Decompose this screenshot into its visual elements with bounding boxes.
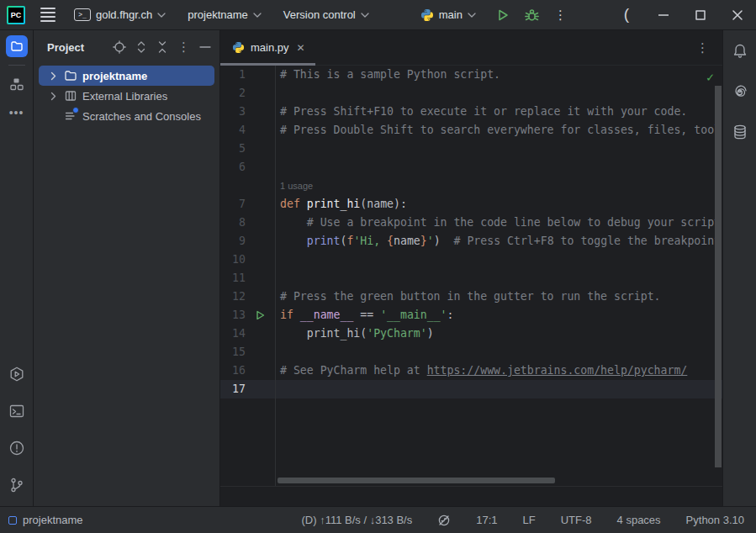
tab-main-py[interactable]: main.py ✕ <box>220 30 315 66</box>
code-line[interactable]: 8 # Use a breakpoint in the code line be… <box>220 214 722 232</box>
more-tool-windows-icon[interactable]: ••• <box>6 102 28 124</box>
close-button[interactable] <box>719 0 756 30</box>
minimize-button[interactable] <box>645 0 682 30</box>
tab-label: main.py <box>251 41 289 54</box>
project-tree: projektname External Libraries Scratches… <box>34 64 219 126</box>
code-line[interactable]: 9 print(f'Hi, {name}') # Press Ctrl+F8 t… <box>220 232 722 251</box>
line-number: 17 <box>220 380 246 398</box>
vcs-widget[interactable]: Version control <box>278 5 374 24</box>
line-number: 16 <box>220 361 246 380</box>
code-line[interactable]: 2 <box>220 84 722 103</box>
tree-item-scratches[interactable]: Scratches and Consoles <box>39 106 214 126</box>
collapse-all-icon[interactable] <box>156 40 168 54</box>
main-area: ••• Project <box>0 30 756 506</box>
code-line[interactable]: 14 print_hi('PyCharm') <box>220 325 722 343</box>
chevron-right-icon[interactable] <box>47 71 59 81</box>
expand-all-icon[interactable] <box>135 40 147 54</box>
pycharm-logo-icon: PC <box>7 6 25 24</box>
code-line[interactable]: 7def print_hi(name): <box>220 195 722 214</box>
maximize-button[interactable] <box>682 0 719 30</box>
line-number: 1 <box>220 66 246 84</box>
project-tool-button[interactable] <box>6 35 28 57</box>
vertical-scrollbar[interactable] <box>715 86 722 467</box>
code-line[interactable]: 17 <box>220 380 722 398</box>
tree-item-label: Scratches and Consoles <box>82 110 201 123</box>
project-panel-title: Project <box>47 41 84 54</box>
vcs-widget-label: Version control <box>283 8 356 21</box>
code-line[interactable]: 10 <box>220 251 722 269</box>
code-line[interactable]: 3# Press Shift+F10 to execute it or repl… <box>220 103 722 121</box>
usage-hint-label[interactable]: 1 usage <box>275 177 722 195</box>
theme-crescent-icon[interactable]: ( <box>608 0 645 30</box>
line-number: 13 <box>220 306 246 325</box>
code-line[interactable]: 15 <box>220 343 722 361</box>
line-number: 11 <box>220 269 246 288</box>
line-number: 15 <box>220 343 246 361</box>
caret-position-widget[interactable]: 17:1 <box>476 514 497 526</box>
run-button[interactable] <box>496 8 510 22</box>
highlighting-off-icon[interactable] <box>437 514 451 527</box>
database-tool-button[interactable] <box>729 121 751 143</box>
tree-item-label: External Libraries <box>82 90 167 103</box>
run-line-icon[interactable] <box>246 306 275 325</box>
line-number: 7 <box>220 195 246 214</box>
remote-host-widget[interactable]: >_ gold.fhgr.ch <box>69 5 171 24</box>
chevron-down-icon <box>157 13 166 18</box>
editor-options-icon[interactable]: ⋮ <box>696 40 709 55</box>
code-lines: 1# This is a sample Python script.23# Pr… <box>220 66 722 398</box>
code-line[interactable]: 11 <box>220 269 722 288</box>
chevron-right-icon[interactable] <box>47 92 59 101</box>
line-number: 6 <box>220 158 246 177</box>
line-number <box>220 177 246 195</box>
line-number: 12 <box>220 288 246 306</box>
terminal-tool-button[interactable] <box>6 400 28 422</box>
tree-item-projektname[interactable]: projektname <box>39 66 214 86</box>
code-line[interactable]: 5 <box>220 140 722 158</box>
line-number: 9 <box>220 232 246 251</box>
horizontal-scrollbar[interactable] <box>278 478 555 483</box>
code-line[interactable]: 12# Press the green button in the gutter… <box>220 288 722 306</box>
more-actions-icon[interactable]: ⋮ <box>554 8 567 23</box>
tab-close-icon[interactable]: ✕ <box>295 40 307 55</box>
run-configuration-widget[interactable]: main <box>415 5 481 25</box>
line-number: 14 <box>220 325 246 343</box>
chevron-down-icon <box>253 13 262 18</box>
notifications-tool-button[interactable] <box>729 40 751 62</box>
tree-item-external-libraries[interactable]: External Libraries <box>39 86 214 106</box>
line-ending-widget[interactable]: LF <box>523 514 536 526</box>
inlay-usage-hint[interactable]: 1 usage <box>220 177 722 195</box>
main-menu-icon[interactable] <box>40 8 56 22</box>
code-line[interactable]: 4# Press Double Shift to search everywhe… <box>220 121 722 140</box>
structure-tool-button[interactable] <box>6 73 28 95</box>
encoding-widget[interactable]: UTF-8 <box>561 514 592 526</box>
panel-options-icon[interactable]: ⋮ <box>177 40 190 55</box>
hide-panel-icon[interactable] <box>199 45 211 49</box>
version-control-tool-button[interactable] <box>6 474 28 496</box>
code-line[interactable]: 6 <box>220 158 722 177</box>
gutter-separator <box>275 66 276 486</box>
right-tool-strip <box>722 30 756 506</box>
ai-assistant-tool-button[interactable] <box>729 81 751 103</box>
help-link[interactable]: https://www.jetbrains.com/help/pycharm/ <box>427 364 688 377</box>
locate-file-icon[interactable] <box>113 40 126 54</box>
status-project-icon <box>8 516 17 525</box>
title-bar: PC >_ gold.fhgr.ch projektname Version c… <box>0 0 756 30</box>
python-file-icon <box>232 41 245 54</box>
library-icon <box>63 89 78 103</box>
code-editor[interactable]: 1# This is a sample Python script.23# Pr… <box>220 66 722 486</box>
terminal-host-icon: >_ <box>74 8 91 21</box>
network-speed-indicator: (D) ↑111 B/s / ↓313 B/s <box>302 514 413 526</box>
code-line[interactable]: 1# This is a sample Python script. <box>220 66 722 84</box>
problems-tool-button[interactable] <box>6 437 28 459</box>
code-line[interactable]: 13if __name__ == '__main__': <box>220 306 722 325</box>
inspection-ok-icon[interactable]: ✓ <box>706 68 714 87</box>
code-line[interactable]: 16# See PyCharm help at https://www.jetb… <box>220 361 722 380</box>
services-tool-button[interactable] <box>6 363 28 385</box>
project-widget[interactable]: projektname <box>182 5 267 24</box>
indent-widget[interactable]: 4 spaces <box>617 514 661 526</box>
tree-item-label: projektname <box>82 70 147 82</box>
python-icon <box>420 8 434 22</box>
project-panel: Project ⋮ <box>34 30 220 506</box>
interpreter-widget[interactable]: Python 3.10 <box>686 514 744 526</box>
debug-button[interactable] <box>525 8 539 22</box>
